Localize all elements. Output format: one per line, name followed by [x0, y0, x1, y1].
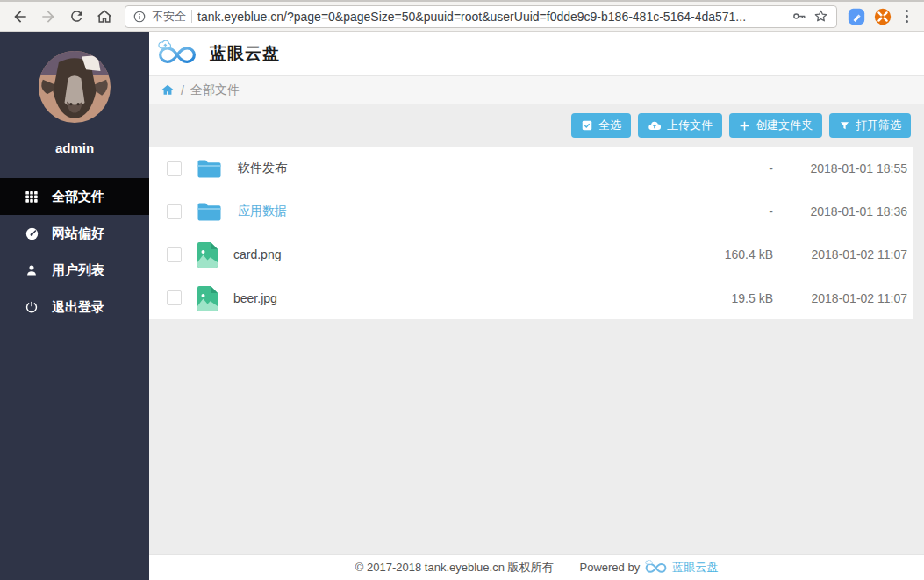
- forward-icon: [39, 8, 57, 25]
- app-title: 蓝眼云盘: [210, 42, 280, 65]
- user-avatar[interactable]: [39, 51, 111, 123]
- open-filter-button[interactable]: 打开筛选: [829, 113, 911, 138]
- sidebar: admin 全部文件 网站偏好 用户列表 退出登录: [0, 32, 149, 580]
- select-all-label: 全选: [598, 118, 621, 133]
- copyright-text: © 2017-2018 tank.eyeblue.cn 版权所有: [355, 560, 554, 576]
- browser-menu-button[interactable]: [897, 6, 918, 27]
- file-date: 2018-01-01 18:36: [773, 204, 907, 218]
- address-bar[interactable]: 不安全 tank.eyeblue.cn/?page=0&pageSize=50&…: [125, 5, 837, 28]
- breadcrumb-separator: /: [181, 83, 184, 97]
- extension-orange-icon[interactable]: [870, 4, 895, 29]
- info-icon[interactable]: [133, 10, 147, 24]
- file-name[interactable]: 应用数据: [238, 204, 287, 219]
- omnibox-separator: [191, 10, 192, 23]
- filter-icon: [839, 120, 850, 132]
- cloud-upload-icon: [648, 119, 662, 132]
- file-name[interactable]: card.png: [233, 247, 281, 261]
- create-folder-button[interactable]: 创建文件夹: [729, 113, 822, 138]
- image-file-icon: [197, 285, 218, 311]
- sidebar-menu: 全部文件 网站偏好 用户列表 退出登录: [0, 178, 149, 326]
- reload-icon: [68, 8, 85, 25]
- brand-link[interactable]: 蓝眼云盘: [672, 560, 718, 576]
- sidebar-item-preferences[interactable]: 网站偏好: [0, 215, 149, 252]
- upload-file-button[interactable]: 上传文件: [638, 113, 722, 138]
- grid-icon: [24, 190, 39, 204]
- url-text[interactable]: tank.eyeblue.cn/?page=0&pageSize=50&puui…: [197, 10, 785, 24]
- browser-toolbar: 不安全 tank.eyeblue.cn/?page=0&pageSize=50&…: [0, 0, 924, 32]
- plus-icon: [739, 120, 750, 132]
- open-filter-label: 打开筛选: [856, 118, 901, 133]
- file-name[interactable]: beer.jpg: [233, 291, 277, 305]
- bookmark-star-icon[interactable]: [813, 8, 829, 25]
- security-label[interactable]: 不安全: [152, 9, 186, 25]
- sidebar-item-label: 退出登录: [52, 299, 104, 316]
- file-list: 软件发布 - 2018-01-01 18:55 应用数据 - 2018-01-0…: [149, 147, 913, 319]
- select-all-button[interactable]: 全选: [571, 113, 631, 138]
- file-size: -: [685, 204, 773, 218]
- content-area: 全选 上传文件 创建文件夹 打开筛选 软件发布 -: [149, 104, 924, 554]
- actions-toolbar: 全选 上传文件 创建文件夹 打开筛选: [149, 104, 924, 138]
- home-button[interactable]: [91, 4, 118, 30]
- file-size: -: [685, 161, 773, 175]
- breadcrumb: / 全部文件: [149, 75, 924, 104]
- row-checkbox[interactable]: [167, 290, 182, 305]
- footer: © 2017-2018 tank.eyeblue.cn 版权所有 Powered…: [149, 554, 924, 580]
- app-header: 蓝眼云盘: [149, 32, 924, 75]
- sidebar-item-label: 网站偏好: [52, 226, 104, 242]
- file-name[interactable]: 软件发布: [238, 161, 287, 176]
- file-row[interactable]: card.png 160.4 kB 2018-01-02 11:07: [149, 233, 913, 276]
- check-square-icon: [581, 119, 593, 132]
- main-area: 蓝眼云盘 / 全部文件 全选 上传文件 创建文件夹 打开筛选: [149, 32, 924, 580]
- file-date: 2018-01-02 11:07: [773, 291, 907, 305]
- file-row[interactable]: 软件发布 - 2018-01-01 18:55: [149, 147, 913, 190]
- file-row[interactable]: beer.jpg 19.5 kB 2018-01-02 11:07: [149, 276, 913, 319]
- goat-avatar-image: [39, 51, 111, 123]
- sidebar-item-logout[interactable]: 退出登录: [0, 289, 149, 326]
- folder-icon: [197, 158, 223, 179]
- reload-button[interactable]: [63, 4, 90, 30]
- back-button[interactable]: [7, 4, 33, 30]
- username-label: admin: [0, 140, 149, 155]
- row-checkbox[interactable]: [167, 247, 182, 262]
- forward-button[interactable]: [35, 4, 61, 30]
- file-row[interactable]: 应用数据 - 2018-01-01 18:36: [149, 190, 913, 233]
- home-icon: [96, 8, 113, 25]
- create-folder-label: 创建文件夹: [756, 118, 813, 133]
- back-icon: [11, 8, 29, 25]
- powered-by: Powered by 蓝眼云盘: [580, 560, 719, 576]
- sidebar-item-all-files[interactable]: 全部文件: [0, 178, 149, 215]
- image-file-icon: [197, 241, 218, 268]
- footer-logo-icon: [644, 560, 668, 575]
- powered-by-label: Powered by: [580, 561, 641, 574]
- folder-icon: [197, 201, 223, 222]
- upload-file-label: 上传文件: [667, 118, 713, 133]
- power-icon: [24, 300, 39, 314]
- breadcrumb-home-icon[interactable]: [161, 83, 175, 97]
- row-checkbox[interactable]: [167, 161, 182, 176]
- breadcrumb-current: 全部文件: [190, 82, 240, 98]
- file-size: 160.4 kB: [685, 247, 773, 261]
- file-date: 2018-01-02 11:07: [773, 247, 907, 261]
- extension-blue-icon[interactable]: [844, 4, 869, 29]
- sidebar-item-user-list[interactable]: 用户列表: [0, 252, 149, 289]
- user-icon: [24, 263, 39, 277]
- dashboard-icon: [24, 226, 39, 241]
- sidebar-item-label: 全部文件: [52, 189, 104, 205]
- app-logo-icon: [156, 40, 198, 67]
- password-key-icon[interactable]: [791, 8, 807, 25]
- file-date: 2018-01-01 18:55: [773, 161, 907, 175]
- row-checkbox[interactable]: [167, 204, 182, 219]
- file-size: 19.5 kB: [685, 291, 773, 305]
- sidebar-item-label: 用户列表: [52, 262, 104, 279]
